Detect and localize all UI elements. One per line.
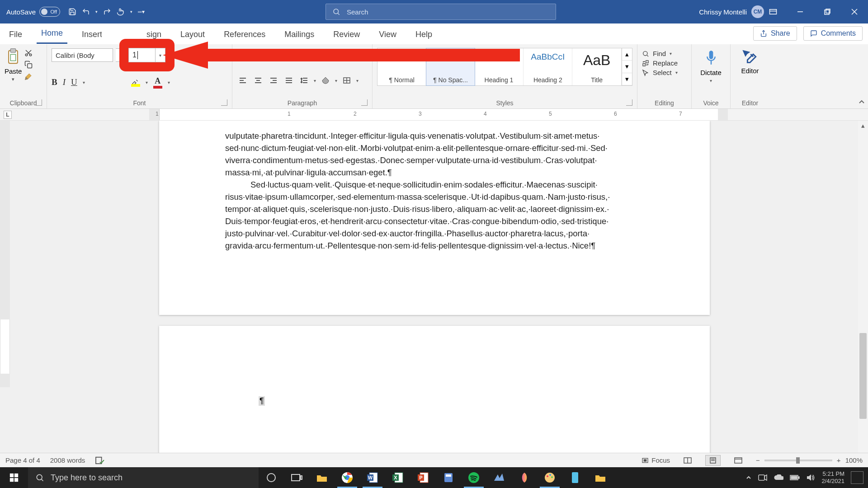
tray-battery-icon[interactable] bbox=[790, 474, 800, 481]
tab-layout[interactable]: Layout bbox=[176, 30, 209, 44]
align-center-button[interactable] bbox=[252, 75, 264, 86]
word-count[interactable]: 2008 words bbox=[50, 456, 85, 464]
copy-icon[interactable] bbox=[24, 61, 33, 69]
borders-button[interactable] bbox=[341, 75, 353, 86]
tab-selector[interactable]: L bbox=[4, 111, 12, 119]
sort-button[interactable]: A↓ bbox=[340, 50, 352, 61]
page-current[interactable]: vulputate·pharetra·tincidunt.·Integer·ef… bbox=[159, 121, 710, 315]
app-file-explorer2[interactable] bbox=[588, 467, 613, 488]
tray-notifications-icon[interactable] bbox=[851, 471, 863, 484]
document-body[interactable]: vulputate·pharetra·tincidunt.·Integer·ef… bbox=[159, 121, 710, 252]
style-no-spacing[interactable]: AaBbCcDc¶ No Spac... bbox=[426, 48, 475, 86]
app-spotify[interactable] bbox=[461, 467, 486, 488]
style-normal[interactable]: AaBbCcDc¶ Normal bbox=[377, 48, 426, 85]
bold-button[interactable]: B bbox=[52, 77, 57, 87]
find-button[interactable]: Find▾ bbox=[642, 50, 687, 57]
save-icon[interactable] bbox=[68, 8, 76, 16]
comments-button[interactable]: Comments bbox=[803, 26, 863, 41]
start-button[interactable] bbox=[0, 467, 28, 488]
horizontal-ruler[interactable]: L 1 1 2 3 4 5 6 7 bbox=[0, 109, 868, 121]
page-next[interactable]: ¶ bbox=[159, 326, 710, 467]
vertical-ruler[interactable] bbox=[0, 121, 10, 467]
dialog-launcher-icon[interactable] bbox=[626, 99, 632, 106]
app-generic3[interactable] bbox=[562, 467, 588, 488]
web-layout-button[interactable] bbox=[731, 455, 746, 466]
style-up-button[interactable]: ▴ bbox=[622, 48, 632, 61]
justify-button[interactable] bbox=[283, 75, 295, 86]
font-color-button[interactable]: A bbox=[153, 76, 162, 89]
tray-onedrive-icon[interactable] bbox=[774, 474, 783, 481]
replace-button[interactable]: Replace bbox=[642, 59, 687, 67]
align-left-button[interactable] bbox=[237, 75, 249, 86]
app-paint[interactable] bbox=[537, 467, 562, 488]
undo-chevron-icon[interactable]: ▾ bbox=[95, 9, 98, 14]
style-heading2[interactable]: AaBbCcIHeading 2 bbox=[524, 48, 572, 85]
font-size-dropdown[interactable]: ▾ bbox=[156, 48, 165, 62]
style-more-button[interactable]: ▾ bbox=[622, 73, 632, 85]
dialog-launcher-icon[interactable] bbox=[361, 99, 368, 106]
scroll-up-button[interactable]: ▴ bbox=[858, 121, 868, 131]
underline-button[interactable]: U bbox=[71, 77, 77, 87]
tab-help[interactable]: Help bbox=[411, 30, 437, 44]
font-name-input[interactable]: Calibri (Body bbox=[52, 48, 113, 62]
tab-view[interactable]: View bbox=[374, 30, 401, 44]
ribbon-display-icon[interactable] bbox=[760, 0, 787, 23]
dialog-launcher-icon[interactable] bbox=[36, 99, 42, 106]
redo-icon[interactable] bbox=[103, 8, 111, 16]
zoom-in-button[interactable]: + bbox=[837, 456, 841, 464]
focus-button[interactable]: Focus bbox=[642, 456, 670, 464]
tab-review[interactable]: Review bbox=[329, 30, 364, 44]
app-file-explorer[interactable] bbox=[309, 467, 335, 488]
align-right-button[interactable] bbox=[268, 75, 279, 86]
maximize-button[interactable] bbox=[814, 0, 841, 23]
tray-chevron-icon[interactable] bbox=[745, 474, 752, 481]
shading-button[interactable] bbox=[320, 75, 331, 86]
tray-volume-icon[interactable] bbox=[806, 474, 815, 482]
underline-chevron-icon[interactable]: ▾ bbox=[83, 80, 85, 85]
dialog-launcher-icon[interactable] bbox=[221, 99, 227, 106]
tab-references[interactable]: References bbox=[219, 30, 270, 44]
touch-chevron-icon[interactable]: ▾ bbox=[130, 9, 132, 14]
zoom-slider[interactable] bbox=[764, 460, 832, 461]
scroll-thumb[interactable] bbox=[859, 333, 867, 419]
touch-mode-icon[interactable] bbox=[117, 8, 125, 16]
app-word[interactable]: W bbox=[360, 467, 385, 488]
app-cortana[interactable] bbox=[259, 467, 284, 488]
tab-home[interactable]: Home bbox=[37, 28, 67, 44]
app-excel[interactable]: X bbox=[385, 467, 410, 488]
taskbar-search[interactable]: Type here to search bbox=[28, 467, 259, 488]
vertical-scrollbar[interactable]: ▴ ▾ bbox=[858, 121, 868, 467]
highlight-button[interactable] bbox=[131, 78, 140, 87]
dictate-button[interactable]: Dictate▾ bbox=[700, 50, 722, 83]
read-mode-button[interactable] bbox=[680, 455, 695, 466]
autosave-toggle[interactable]: Off bbox=[39, 7, 60, 17]
italic-button[interactable]: I bbox=[63, 77, 66, 87]
tab-mailings[interactable]: Mailings bbox=[280, 30, 319, 44]
app-generic2[interactable] bbox=[512, 467, 537, 488]
zoom-level[interactable]: 100% bbox=[845, 456, 863, 464]
close-button[interactable] bbox=[841, 0, 868, 23]
app-generic1[interactable] bbox=[486, 467, 512, 488]
show-marks-button[interactable]: ¶ bbox=[356, 50, 368, 61]
zoom-out-button[interactable]: − bbox=[756, 456, 760, 464]
tab-insert[interactable]: Insert bbox=[77, 30, 102, 44]
minimize-button[interactable] bbox=[787, 0, 814, 23]
paste-button[interactable]: Paste ▾ bbox=[5, 48, 22, 82]
undo-icon[interactable] bbox=[82, 8, 90, 16]
line-spacing-button[interactable] bbox=[298, 75, 310, 86]
tray-meet-now-icon[interactable] bbox=[758, 474, 767, 481]
tab-file[interactable]: File bbox=[5, 30, 27, 44]
account[interactable]: Chrissy Montelli CM bbox=[699, 5, 764, 18]
autosave[interactable]: AutoSave Off bbox=[6, 7, 60, 17]
format-painter-icon[interactable] bbox=[24, 72, 33, 80]
search-input[interactable]: Search bbox=[326, 4, 556, 20]
grow-font-button[interactable]: A bbox=[176, 49, 184, 61]
app-calculator[interactable] bbox=[436, 467, 461, 488]
select-button[interactable]: Select▾ bbox=[642, 69, 687, 76]
collapse-ribbon-icon[interactable] bbox=[858, 99, 865, 106]
style-heading1[interactable]: AaBbCHeading 1 bbox=[475, 48, 524, 85]
editor-button[interactable]: Editor bbox=[741, 50, 759, 75]
app-chrome[interactable] bbox=[335, 467, 360, 488]
font-size-input[interactable]: 1 bbox=[128, 48, 156, 62]
style-title[interactable]: AaBTitle bbox=[572, 48, 621, 85]
